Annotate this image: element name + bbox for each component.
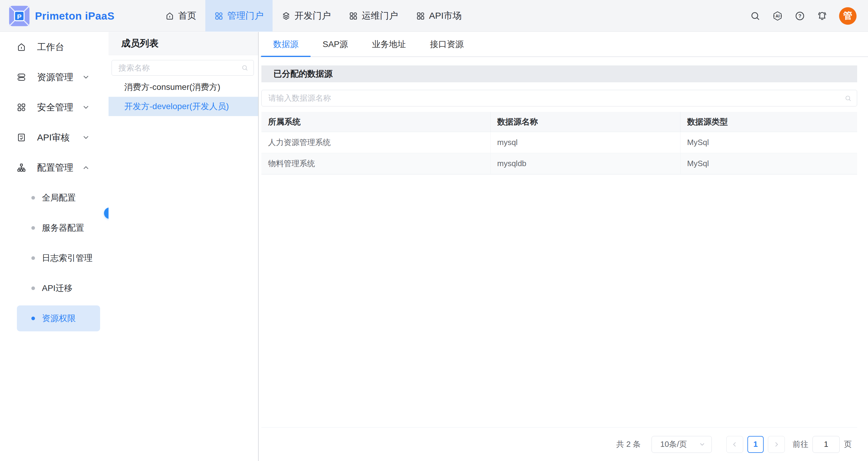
tab-sap-source[interactable]: SAP源	[311, 32, 360, 56]
goto-label: 前往	[793, 439, 808, 450]
goto-page-input[interactable]	[812, 436, 840, 453]
layers-icon	[282, 11, 291, 21]
member-item-consumer[interactable]: 消费方-consumer(消费方)	[108, 78, 258, 97]
bell-icon[interactable]	[817, 10, 828, 22]
sidebar-item-resource-mgmt[interactable]: 资源管理	[0, 62, 108, 92]
bullet-dot	[31, 196, 35, 199]
member-list: 消费方-consumer(消费方) 开发方-developer(开发人员)	[108, 78, 258, 116]
prev-page-button[interactable]	[726, 436, 743, 453]
sidebar-subitem-global-config[interactable]: 全局配置	[0, 183, 108, 213]
member-item-developer[interactable]: 开发方-developer(开发人员)	[108, 97, 258, 116]
tab-business-address[interactable]: 业务地址	[360, 32, 418, 56]
sidebar-item-label: 资源管理	[37, 71, 82, 84]
home-icon	[165, 11, 174, 21]
sidebar-subitem-server-config[interactable]: 服务器配置	[0, 213, 108, 243]
column-header-system: 所属系统	[261, 112, 491, 132]
nav-item-label: 管理门户	[227, 10, 264, 22]
member-search-input[interactable]	[112, 60, 254, 76]
bullet-dot	[31, 286, 35, 290]
tab-label: SAP源	[322, 39, 348, 50]
nav-item-home[interactable]: 首页	[156, 0, 205, 32]
chevron-down-icon	[82, 103, 90, 111]
pagination-total: 共 2 条	[616, 439, 641, 450]
datasource-table: 所属系统 数据源名称 数据源类型 人力资源管理系统 mysql MySql 物料…	[261, 112, 857, 175]
datasource-search	[261, 90, 857, 106]
bullet-dot	[31, 316, 35, 320]
nav-item-api-market[interactable]: API市场	[407, 0, 471, 32]
table-row[interactable]: 物料管理系统 mysqldb MySql	[261, 153, 857, 174]
chevron-left-icon	[731, 441, 738, 448]
grid-icon	[416, 11, 425, 21]
avatar-text: 管	[843, 10, 852, 22]
datasource-search-input[interactable]	[261, 90, 857, 106]
page-number-button[interactable]: 1	[747, 436, 764, 453]
grid-icon	[214, 11, 223, 21]
member-item-label: 消费方-consumer(消费方)	[124, 82, 220, 93]
page-unit-label: 页	[844, 439, 852, 450]
portal-nav: 首页 管理门户 开发门户 运维门户	[156, 0, 471, 32]
member-list-header: 成员列表	[108, 32, 258, 55]
cell-type: MySql	[680, 153, 857, 174]
grid-icon	[349, 11, 358, 21]
audit-icon	[17, 133, 26, 142]
sidebar-item-config-mgmt[interactable]: 配置管理	[0, 153, 108, 183]
column-header-name: 数据源名称	[491, 112, 680, 132]
sidebar-item-workbench[interactable]: 工作台	[0, 32, 108, 62]
cell-type: MySql	[680, 132, 857, 153]
bullet-dot	[31, 256, 35, 260]
nav-item-admin-portal[interactable]: 管理门户	[205, 0, 273, 32]
tab-api-resource[interactable]: 接口资源	[418, 32, 476, 56]
sidebar-item-security-mgmt[interactable]: 安全管理	[0, 92, 108, 122]
user-avatar[interactable]: 管	[839, 7, 857, 25]
grid-icon	[17, 102, 26, 112]
cell-name: mysql	[491, 132, 680, 153]
brand-logo: P Primeton iPaaS	[8, 0, 115, 32]
cell-name: mysqldb	[491, 153, 680, 174]
sitemap-icon	[17, 163, 26, 173]
database-icon	[17, 72, 26, 82]
pagination-bar: 共 2 条 10条/页 1 前往 页	[261, 427, 857, 461]
section-title: 已分配的数据源	[274, 68, 333, 80]
table-row[interactable]: 人力资源管理系统 mysql MySql	[261, 132, 857, 153]
next-page-button[interactable]	[768, 436, 785, 453]
nav-item-label: 开发门户	[294, 10, 331, 22]
sidebar-subitem-label: 资源权限	[42, 313, 76, 324]
nav-item-dev-portal[interactable]: 开发门户	[273, 0, 340, 32]
logo-icon: P	[8, 5, 30, 27]
svg-text:AI: AI	[775, 13, 780, 19]
sidebar-item-api-audit[interactable]: API审核	[0, 122, 108, 153]
chevron-down-icon	[82, 73, 90, 81]
tab-label: 数据源	[273, 39, 299, 50]
sidebar-item-label: API审核	[37, 131, 82, 144]
sidebar-menu: 工作台 资源管理 安全管理 API审核	[0, 32, 108, 461]
sidebar-subitem-api-migration[interactable]: API迁移	[0, 273, 108, 303]
sidebar-subitem-resource-permission[interactable]: 资源权限	[0, 303, 108, 334]
page-size-select[interactable]: 10条/页	[652, 436, 712, 453]
search-icon	[241, 64, 248, 71]
bullet-dot	[31, 226, 35, 230]
help-icon[interactable]: ?	[795, 10, 805, 22]
tab-datasource[interactable]: 数据源	[261, 32, 311, 56]
sidebar-subitem-log-index[interactable]: 日志索引管理	[0, 243, 108, 273]
home-icon	[17, 42, 26, 52]
svg-text:?: ?	[798, 13, 801, 19]
tab-label: 接口资源	[430, 39, 464, 50]
member-list-title: 成员列表	[121, 37, 159, 50]
header-actions: AI ? 管	[750, 0, 857, 32]
content-inner: 已分配的数据源 所属系统 数据源名称 数据源类型 人力资源管理系统 mysql …	[261, 65, 857, 175]
sidebar-item-label: 安全管理	[37, 101, 82, 114]
svg-text:P: P	[17, 13, 22, 20]
nav-item-ops-portal[interactable]: 运维门户	[340, 0, 407, 32]
search-icon[interactable]	[750, 10, 761, 22]
sidebar-subitem-label: 全局配置	[42, 192, 76, 204]
app-window: P Primeton iPaaS 首页 管理门户	[0, 0, 868, 461]
main-content: 数据源 SAP源 业务地址 接口资源 已分配的数据源	[260, 32, 868, 461]
sidebar-item-label: 配置管理	[37, 162, 82, 174]
nav-item-label: API市场	[429, 10, 462, 22]
sidebar-item-label: 工作台	[37, 41, 108, 53]
sidebar-subitem-label: 服务器配置	[42, 222, 84, 234]
member-list-panel: 成员列表 消费方-consumer(消费方) 开发方-developer(开发人…	[108, 32, 259, 461]
ai-assistant-icon[interactable]: AI	[772, 10, 783, 22]
chevron-down-icon	[82, 133, 90, 142]
sidebar-subitem-label: 日志索引管理	[42, 252, 93, 264]
